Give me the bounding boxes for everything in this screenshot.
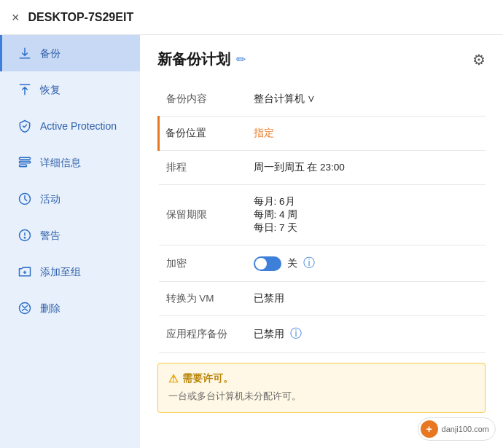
shield-icon — [17, 118, 33, 134]
warning-box: ⚠ 需要许可。 一台或多台计算机未分配许可。 — [157, 363, 486, 413]
main-layout: 备份 恢复 Active Protection 详细信息 活动 — [0, 35, 503, 448]
page-title: 新备份计划 — [157, 50, 230, 69]
label-retention: 保留期限 — [159, 185, 246, 245]
svg-rect-2 — [20, 165, 27, 167]
value-encryption: 关 ⓘ — [246, 245, 486, 282]
warning-icon: ⚠ — [168, 372, 178, 385]
value-app-backup: 已禁用 ⓘ — [246, 316, 486, 353]
label-backup-location: 备份位置 — [159, 117, 246, 151]
retention-monthly: 每月: 6月 — [254, 195, 479, 208]
sidebar-item-restore[interactable]: 恢复 — [0, 71, 140, 108]
label-backup-content: 备份内容 — [159, 82, 246, 117]
corner-badge: + danji100.com — [418, 417, 496, 441]
label-encryption: 加密 — [159, 245, 246, 282]
sidebar-item-delete[interactable]: 删除 — [0, 290, 140, 326]
close-button[interactable]: × — [12, 11, 20, 24]
row-convert-vm: 转换为 VM 已禁用 — [159, 282, 486, 316]
sidebar-item-label-restore: 恢复 — [40, 83, 61, 96]
folder-add-icon — [17, 264, 33, 280]
corner-badge-circle: + — [421, 420, 438, 438]
svg-rect-0 — [20, 157, 31, 160]
corner-badge-plus: + — [426, 424, 432, 434]
sidebar-item-label-details: 详细信息 — [40, 156, 81, 169]
sidebar-item-label-delete: 删除 — [40, 302, 61, 315]
window-title: DESKTOP-7S29EIT — [28, 11, 134, 24]
warning-title: ⚠ 需要许可。 — [168, 372, 475, 385]
retention-weekly: 每周: 4 周 — [254, 208, 479, 221]
content-area: 新备份计划 ✏ ⚙ 备份内容 整台计算机 ∨ 备份位置 指定 排程 周一到周五 … — [140, 35, 503, 448]
app-backup-info-icon[interactable]: ⓘ — [290, 326, 302, 342]
sidebar-item-alerts[interactable]: 警告 — [0, 217, 140, 254]
sidebar-item-label-active-protection: Active Protection — [40, 119, 117, 133]
row-retention: 保留期限 每月: 6月 每周: 4 周 每日: 7 天 — [159, 185, 486, 245]
app-backup-wrap: 已禁用 ⓘ — [254, 326, 479, 342]
encryption-status: 关 — [287, 257, 297, 270]
delete-icon — [17, 300, 33, 316]
svg-point-5 — [24, 237, 25, 238]
svg-rect-1 — [20, 161, 31, 163]
value-convert-vm[interactable]: 已禁用 — [246, 282, 486, 316]
sidebar-item-active-protection[interactable]: Active Protection — [0, 108, 140, 144]
sidebar-item-add-to-group[interactable]: 添加至组 — [0, 254, 140, 290]
warning-title-text: 需要许可。 — [182, 372, 233, 385]
page-header: 新备份计划 ✏ ⚙ — [157, 50, 486, 69]
edit-icon[interactable]: ✏ — [236, 52, 246, 66]
row-backup-content: 备份内容 整台计算机 ∨ — [159, 82, 486, 117]
row-schedule: 排程 周一到周五 在 23:00 — [159, 151, 486, 185]
title-bar: × DESKTOP-7S29EIT — [0, 0, 503, 35]
row-app-backup: 应用程序备份 已禁用 ⓘ — [159, 316, 486, 353]
row-backup-location: 备份位置 指定 — [159, 117, 486, 151]
label-app-backup: 应用程序备份 — [159, 316, 246, 353]
sidebar-item-details[interactable]: 详细信息 — [0, 144, 140, 181]
app-backup-status: 已禁用 — [254, 328, 284, 341]
sidebar-item-activity[interactable]: 活动 — [0, 181, 140, 217]
label-schedule: 排程 — [159, 151, 246, 185]
value-backup-location[interactable]: 指定 — [246, 117, 486, 151]
value-backup-content[interactable]: 整台计算机 ∨ — [246, 82, 486, 117]
form-table: 备份内容 整台计算机 ∨ 备份位置 指定 排程 周一到周五 在 23:00 保留… — [157, 82, 486, 353]
gear-icon[interactable]: ⚙ — [472, 51, 486, 68]
backup-icon — [17, 45, 33, 61]
value-schedule[interactable]: 周一到周五 在 23:00 — [246, 151, 486, 185]
corner-badge-site: danji100.com — [442, 425, 489, 433]
alert-icon — [17, 227, 33, 243]
page-title-group: 新备份计划 ✏ — [157, 50, 246, 69]
clock-icon — [17, 191, 33, 207]
warning-text: 一台或多台计算机未分配许可。 — [168, 390, 475, 404]
encryption-info-icon[interactable]: ⓘ — [303, 256, 315, 271]
row-encryption: 加密 关 ⓘ — [159, 245, 486, 282]
restore-icon — [17, 82, 33, 98]
encryption-toggle[interactable] — [254, 256, 281, 271]
value-retention: 每月: 6月 每周: 4 周 每日: 7 天 — [246, 185, 486, 245]
details-icon — [17, 154, 33, 170]
sidebar-item-label-backup: 备份 — [40, 47, 61, 60]
sidebar-item-label-alerts: 警告 — [40, 229, 61, 242]
encryption-toggle-wrap: 关 ⓘ — [254, 256, 479, 271]
sidebar-item-backup[interactable]: 备份 — [0, 35, 140, 71]
sidebar-item-label-activity: 活动 — [40, 192, 61, 205]
retention-daily: 每日: 7 天 — [254, 221, 479, 235]
sidebar-item-label-add-to-group: 添加至组 — [40, 265, 81, 278]
label-convert-vm: 转换为 VM — [159, 282, 246, 316]
sidebar: 备份 恢复 Active Protection 详细信息 活动 — [0, 35, 140, 448]
